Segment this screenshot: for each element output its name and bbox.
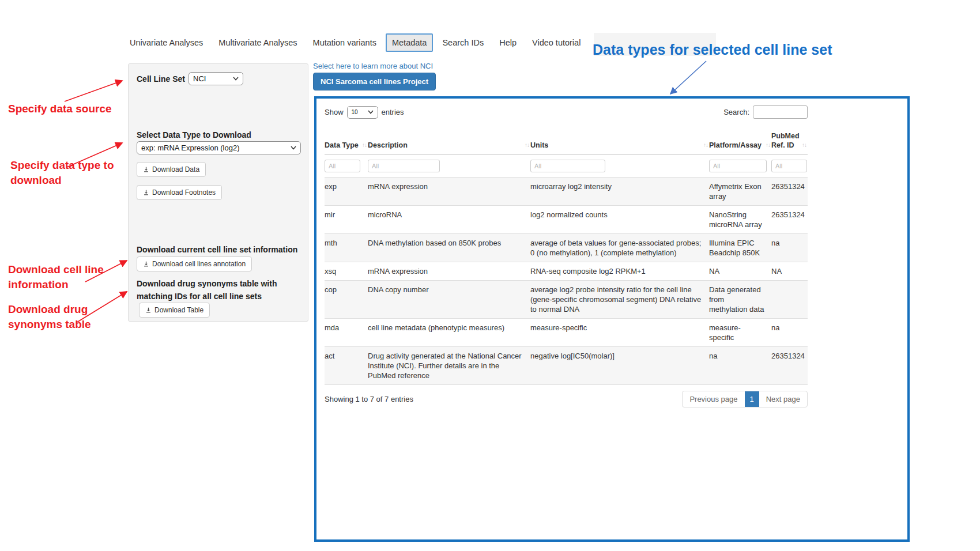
cell-platform: measure-specific <box>709 319 771 347</box>
column-header-pubmed[interactable]: PubMed Ref. ID↑↓ <box>771 128 808 155</box>
tab-multivariate-analyses[interactable]: Multivariate Analyses <box>212 33 303 52</box>
table-filter-row <box>325 155 808 178</box>
cell-pubmed: 26351324 <box>771 347 808 385</box>
cell-units: measure-specific <box>530 319 709 347</box>
cell-description: DNA methylation based on 850K probes <box>368 234 530 262</box>
table-header-row: Data Type↑↓ Description↑↓ Units↑↓ Platfo… <box>325 128 808 155</box>
cell-platform: Illumina EPIC Beadchip 850K <box>709 234 771 262</box>
annotation-specify-data-source: Specify data source <box>8 101 129 116</box>
page-length-select[interactable]: 10 <box>347 106 378 119</box>
cell-pubmed: na <box>771 234 808 262</box>
cell-platform: Data generated from methylation data <box>709 281 771 319</box>
sort-icon[interactable]: ↑↓ <box>766 141 770 150</box>
annotation-download-cell-line: Download cell line information <box>8 262 118 292</box>
cell-units: average of beta values for gene-associat… <box>530 234 709 262</box>
cell-description: Drug activity generated at the National … <box>368 347 530 385</box>
cell-data-type: mth <box>325 234 368 262</box>
table-row: cop DNA copy number average log2 probe i… <box>325 281 808 319</box>
cell-pubmed: NA <box>771 262 808 281</box>
annotation-specify-data-type: Specify data type to download <box>10 158 129 188</box>
download-panel: Cell Line Set NCI Select Data Type to Do… <box>128 63 308 322</box>
cell-platform: Affymetrix Exon array <box>709 178 771 206</box>
entries-label: entries <box>382 108 404 116</box>
cell-platform: NanoString microRNA array <box>709 206 771 234</box>
cell-data-type: cop <box>325 281 368 319</box>
table-info-text: Showing 1 to 7 of 7 entries <box>325 395 413 403</box>
sort-icon[interactable]: ↑↓ <box>525 141 529 150</box>
cell-units: RNA-seq composite log2 RPKM+1 <box>530 262 709 281</box>
download-footnotes-button[interactable]: Download Footnotes <box>137 185 222 200</box>
data-types-table: Data Type↑↓ Description↑↓ Units↑↓ Platfo… <box>325 128 808 385</box>
table-row: mir microRNA log2 normalized counts Nano… <box>325 206 808 234</box>
tab-help[interactable]: Help <box>493 33 523 52</box>
cell-data-type: exp <box>325 178 368 206</box>
table-row: mda cell line metadata (phenotypic measu… <box>325 319 808 347</box>
cell-data-type: mda <box>325 319 368 347</box>
download-icon <box>143 167 149 173</box>
data-type-value: exp: mRNA Expression (log2) <box>141 144 240 152</box>
table-row: mth DNA methylation based on 850K probes… <box>325 234 808 262</box>
cell-data-type: mir <box>325 206 368 234</box>
chevron-down-icon <box>233 77 239 81</box>
table-row: xsq mRNA expression RNA-seq composite lo… <box>325 262 808 281</box>
table-row: act Drug activity generated at the Natio… <box>325 347 808 385</box>
filter-pubmed-input[interactable] <box>771 160 807 172</box>
tab-univariate-analyses[interactable]: Univariate Analyses <box>123 33 209 52</box>
column-header-data-type[interactable]: Data Type↑↓ <box>325 128 368 155</box>
download-icon <box>143 261 149 267</box>
cell-line-set-label: Cell Line Set <box>137 74 185 84</box>
cell-description: mRNA expression <box>368 262 530 281</box>
cell-line-info-heading: Download current cell line set informati… <box>137 245 297 254</box>
annotation-download-drug-synonyms: Download drug synonyms table <box>8 302 106 332</box>
drug-synonyms-heading-text: Download drug synonyms table with matchi… <box>137 279 277 301</box>
tab-search-ids[interactable]: Search IDs <box>436 33 490 52</box>
arrow-data-types-box <box>670 61 706 94</box>
sort-icon[interactable]: ↑↓ <box>802 141 806 150</box>
tab-metadata[interactable]: Metadata <box>386 33 433 52</box>
filter-data-type-input[interactable] <box>325 160 360 172</box>
cell-units: negative log[IC50(molar)] <box>530 347 709 385</box>
download-data-button[interactable]: Download Data <box>137 162 206 177</box>
data-type-select[interactable]: exp: mRNA Expression (log2) <box>137 141 301 154</box>
search-input[interactable] <box>753 105 808 119</box>
download-footnotes-label: Download Footnotes <box>152 188 216 197</box>
next-page-button[interactable]: Next page <box>759 391 807 407</box>
cell-line-set-select[interactable]: NCI <box>189 72 243 85</box>
cell-units: microarray log2 intensity <box>530 178 709 206</box>
cell-units: average log2 probe intensity ratio for t… <box>530 281 709 319</box>
cell-data-type: xsq <box>325 262 368 281</box>
nci-sarcoma-project-button[interactable]: NCI Sarcoma cell lines Project <box>313 73 436 90</box>
tab-mutation-variants[interactable]: Mutation variants <box>307 33 383 52</box>
sort-icon[interactable]: ↑↓ <box>703 141 708 150</box>
data-type-label: Select Data Type to Download <box>137 130 251 139</box>
download-table-button[interactable]: Download Table <box>139 303 210 318</box>
cell-data-type: act <box>325 347 368 385</box>
column-header-description[interactable]: Description↑↓ <box>368 128 530 155</box>
cell-description: DNA copy number <box>368 281 530 319</box>
annotation-data-types-title: Data types for selected cell line set <box>593 41 864 58</box>
cell-pubmed: 26351324 <box>771 206 808 234</box>
cell-platform: na <box>709 347 771 385</box>
cell-pubmed: 26351324 <box>771 178 808 206</box>
download-cell-lines-annotation-label: Download cell lines annotation <box>152 260 246 268</box>
arrow-data-source <box>65 81 122 101</box>
cell-units: log2 normalized counts <box>530 206 709 234</box>
filter-platform-input[interactable] <box>709 160 767 172</box>
chevron-down-icon <box>368 110 374 114</box>
filter-units-input[interactable] <box>530 160 605 172</box>
tab-video-tutorial[interactable]: Video tutorial <box>526 33 587 52</box>
filter-description-input[interactable] <box>368 160 440 172</box>
download-cell-lines-annotation-button[interactable]: Download cell lines annotation <box>137 256 252 271</box>
data-types-box: Show 10 entries Search: Data Type↑↓ Desc… <box>314 96 910 542</box>
download-icon <box>145 307 152 314</box>
column-header-units[interactable]: Units↑↓ <box>530 128 709 155</box>
column-header-platform[interactable]: Platform/Assay↑↓ <box>709 128 771 155</box>
sort-icon[interactable]: ↑↓ <box>362 141 367 150</box>
page-1-button[interactable]: 1 <box>745 391 759 407</box>
download-data-label: Download Data <box>152 165 199 173</box>
cell-description: mRNA expression <box>368 178 530 206</box>
search-label: Search: <box>723 108 749 116</box>
learn-more-link[interactable]: Select here to learn more about NCI <box>313 62 433 70</box>
download-table-label: Download Table <box>154 306 203 314</box>
previous-page-button[interactable]: Previous page <box>683 391 744 407</box>
